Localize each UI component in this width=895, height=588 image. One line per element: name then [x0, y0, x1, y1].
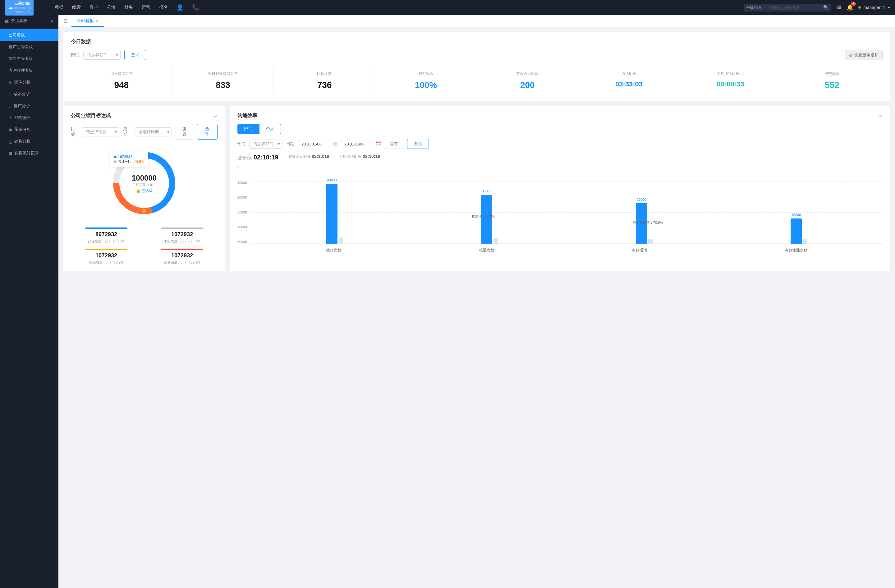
stat-avg-duration: 平均通话时长 ⓘ 00:00:33	[680, 66, 781, 95]
comm-date-start[interactable]	[298, 140, 329, 148]
goal-target-select[interactable]: 请选择目标	[82, 127, 119, 136]
nav-finance[interactable]: 财务	[124, 3, 133, 12]
sidebar-item-company[interactable]: 公司看板	[0, 29, 58, 41]
y-label-1: 10000	[237, 181, 251, 185]
goal-panel-expand-icon[interactable]: ⤢	[214, 114, 217, 118]
sidebar-item-sales[interactable]: 销售主管看板	[0, 53, 58, 65]
x-axis-labels: 拨打次数 接通次数 有效通话 有效接通次数	[251, 248, 883, 253]
sidebar-item-salesanalysis[interactable]: △ 销售分析	[0, 135, 58, 147]
search-input[interactable]	[771, 5, 821, 10]
settings-display-button[interactable]: ⊙ 设置显示指标	[845, 50, 883, 60]
goal-stat-completed: 8972932 已完成量（元） | 70.9%	[71, 227, 142, 244]
sidebar-item-customer[interactable]: 客户经理看板	[0, 65, 58, 76]
bar-dial-secondary	[339, 238, 343, 244]
sidebar-item-cost[interactable]: ○ 成本分析	[0, 88, 58, 100]
stat-first-consult-value: 948	[73, 80, 170, 90]
today-filter-left: 部门 请选择部门 查询	[71, 50, 146, 60]
sidebar-items: 公司看板 推广主管看板 销售主管看板 客户经理看板 ⊽ 漏斗分析 ○ 成本分析 …	[0, 27, 58, 162]
comm-panel-expand-icon[interactable]: ⤢	[879, 114, 883, 118]
today-filter-row: 部门 请选择部门 查询 ⊙ 设置显示指标	[71, 50, 883, 60]
user-status-dot	[858, 6, 861, 9]
bars-area: 43000 35000	[251, 166, 883, 244]
sidebar-item-promotion[interactable]: 推广主管看板	[0, 41, 58, 53]
goal-filter: 目标 请选择目标 周期 请选择周期 重置	[71, 124, 217, 139]
sidebar-item-promotion-label: 推广主管看板	[9, 44, 33, 50]
sidebar-item-funnel-icon: ⊽	[9, 80, 12, 85]
search-type-select[interactable]: 手机号码	[746, 5, 761, 10]
goal-reset-button[interactable]: 重置	[176, 124, 193, 139]
bar-group-effective: 29000 有效接通率：70.9%	[636, 203, 652, 244]
sidebar-item-visitor-icon: ☉	[9, 116, 12, 120]
tab-menu-toggle[interactable]: ☰	[64, 18, 68, 24]
stat-effective-calls-label: 有效通话次数	[479, 71, 576, 76]
sidebar-item-salesanalysis-icon: △	[9, 139, 12, 144]
stat-effective-consult: 今日有效首咨客户 833	[173, 66, 274, 95]
y-axis-labels: 50000 40000 30000 20000 10000 0	[237, 166, 251, 244]
nav-public-sea[interactable]: 公海	[107, 3, 115, 12]
sidebar-item-channel[interactable]: ⊕ 渠道分析	[0, 124, 58, 135]
sidebar-item-funnel[interactable]: ⊽ 漏斗分析	[0, 76, 58, 88]
comm-tab-dept[interactable]: 部门	[237, 124, 259, 134]
goal-query-button[interactable]: 查询	[197, 124, 217, 139]
comm-effective-duration: 有效通话时长 02:10:19	[288, 154, 329, 161]
goal-stat-uncompleted-desc: 未完成量（元） | 20.9%	[147, 239, 217, 244]
nav-data[interactable]: 数据	[55, 3, 64, 12]
connect-rate-label: 接通率：70.9%	[472, 214, 495, 219]
sidebar-item-promo[interactable]: □ 推广分析	[0, 100, 58, 112]
goal-period-select[interactable]: 请选择周期	[135, 127, 172, 136]
comm-date-end[interactable]	[341, 140, 372, 148]
nav-right: 手机号码 ▾ 🔍 🖥 🔔 5 manager11 ▾	[744, 4, 890, 12]
comm-reset-button[interactable]: 重置	[385, 139, 404, 149]
comm-dept-select[interactable]: 请选择部门	[249, 139, 282, 149]
bar-dial-main: 43000	[326, 184, 337, 244]
goal-stat-completed-desc: 已完成量（元） | 70.9%	[71, 239, 142, 244]
stat-deals-value: 552	[784, 80, 880, 90]
tab-company-board[interactable]: 公司看板 ✕	[71, 15, 104, 27]
svg-point-3	[142, 209, 146, 213]
bar-effective-secondary	[648, 239, 652, 244]
y-label-4: 40000	[237, 225, 251, 229]
tab-close-icon[interactable]: ✕	[96, 19, 99, 23]
calendar-icon[interactable]: 📅	[376, 141, 381, 146]
donut-wrapper: 1072932 所占比例： 70.9%	[107, 146, 182, 221]
sidebar: ▦ 数据看板 ∧ 公司看板 推广主管看板 销售主管看板 客户经理看板 ⊽ 漏斗分…	[0, 15, 58, 276]
settings-btn-label: 设置显示指标	[854, 52, 878, 58]
comm-bar-chart: 50000 40000 30000 20000 10000 0	[237, 166, 883, 253]
sidebar-group-data[interactable]: ▦ 数据看板 ∧	[0, 15, 58, 27]
today-query-button[interactable]: 查询	[124, 50, 146, 60]
phone-icon[interactable]: 📞	[192, 4, 199, 11]
nav-customers[interactable]: 客户	[90, 3, 98, 12]
sidebar-item-salesanalysis-label: 销售分析	[14, 139, 30, 144]
sidebar-item-funnel-label: 漏斗分析	[14, 80, 30, 85]
tab-bar: ☰ 公司看板 ✕	[58, 15, 895, 27]
bar-effective-connect-secondary	[803, 239, 807, 244]
sidebar-item-visitor[interactable]: ☉ 访客分析	[0, 112, 58, 124]
nav-enrollment[interactable]: 报名	[159, 3, 168, 12]
nav-operations[interactable]: 运营	[142, 3, 150, 12]
donut-label: 100000 目标总量（元） 👍 已达成	[132, 174, 156, 194]
goal-stat-uncompleted-num: 1072932	[147, 231, 217, 238]
sidebar-collapse-icon: ∧	[50, 19, 53, 23]
stat-call-duration-label: 通话时长	[581, 71, 677, 76]
stat-effective-consult-value: 833	[175, 80, 271, 90]
goal-stat-over-complete-bar	[161, 249, 203, 250]
user-info[interactable]: manager11 ▾	[858, 5, 890, 10]
stat-effective-calls-value: 200	[479, 80, 576, 90]
stat-dial-count: 拨打次数 100%	[375, 66, 477, 95]
goal-stat-over-complete: 1072932 超额完成（元） | 89.9%	[147, 249, 217, 265]
sidebar-item-dataflow[interactable]: ⊞ 数据流转记录	[0, 147, 58, 159]
bar-group-dial: 43000	[326, 184, 343, 244]
goal-chart-area: 1072932 所占比例： 70.9%	[71, 146, 217, 221]
dept-select[interactable]: 请选择部门	[83, 51, 121, 60]
tooltip-value: 1072932	[118, 155, 132, 159]
comm-tab-personal[interactable]: 个人	[259, 124, 281, 134]
monitor-icon[interactable]: 🖥	[836, 5, 842, 11]
avg-duration-help-icon: ⓘ	[740, 71, 744, 76]
search-button[interactable]: 🔍	[823, 5, 828, 10]
person-icon[interactable]: 👤	[176, 4, 184, 11]
nav-leads[interactable]: 线索	[72, 3, 81, 12]
notification-icon[interactable]: 🔔 5	[846, 4, 853, 11]
comm-query-button[interactable]: 查询	[407, 139, 429, 149]
effective-rate-label: 有效接通率：70.9%	[633, 220, 663, 225]
logo[interactable]: ☁ 云朵CRM 教育机构一站式服务云平台	[5, 0, 49, 15]
